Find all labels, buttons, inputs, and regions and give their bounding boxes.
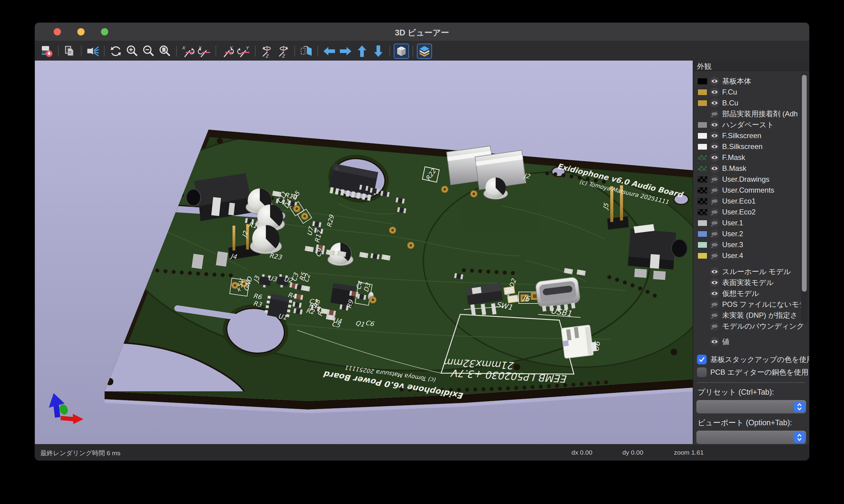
move-down-button[interactable] [371, 43, 386, 59]
layer-label: User.Eco1 [722, 197, 756, 205]
visibility-toggle[interactable] [710, 120, 719, 129]
layer-color-swatch[interactable] [697, 242, 707, 248]
layer-row[interactable]: B.Mask [693, 163, 809, 174]
refresh-view-icon [109, 44, 123, 58]
move-right-button[interactable] [338, 43, 353, 59]
model-option-row[interactable]: 表面実装モデル [693, 277, 809, 288]
layer-color-swatch[interactable] [697, 209, 707, 215]
rotate-x-pos-button[interactable]: X [197, 43, 212, 59]
viewport-combobox[interactable] [696, 431, 806, 444]
layer-row[interactable]: User.3 [693, 239, 809, 250]
layer-row[interactable]: F.Cu [693, 87, 809, 97]
layer-color-swatch[interactable] [697, 176, 707, 183]
checkbox-row[interactable]: PCB エディターの銅色を使用 [697, 366, 809, 379]
layer-color-swatch[interactable] [697, 253, 707, 259]
toolbar-separator [176, 46, 177, 57]
rotate-y-pos-button[interactable]: Y [236, 43, 251, 59]
appearance-panel: 外観 基板本体F.CuB.Cu部品実装用接着剤 (AdhハンダペーストF.Sil… [693, 60, 809, 444]
layer-label: B.Mask [722, 164, 746, 173]
model-option-row[interactable]: 仮想モデル [693, 288, 809, 299]
visibility-toggle[interactable] [710, 251, 719, 260]
layer-color-swatch[interactable] [697, 231, 707, 237]
layer-color-swatch[interactable] [697, 89, 707, 95]
model-option-row[interactable]: POS ファイルにないモデ [693, 299, 809, 310]
visibility-toggle[interactable] [710, 311, 719, 320]
visibility-toggle[interactable] [710, 322, 719, 331]
statusbar: 最終レンダリング時間 6 ms dx 0.00 dy 0.00 zoom 1.6… [35, 444, 809, 461]
layer-row[interactable]: 基板本体 [693, 76, 809, 87]
preset-combobox[interactable] [696, 400, 806, 413]
visibility-toggle[interactable] [710, 98, 719, 108]
layer-color-swatch[interactable] [697, 122, 707, 128]
eye-hidden-icon [711, 230, 719, 238]
visibility-toggle[interactable] [710, 218, 719, 228]
visibility-toggle[interactable] [710, 267, 719, 276]
rotate-z-neg-button[interactable]: Z [259, 43, 274, 59]
layer-row[interactable]: User.Drawings [693, 174, 809, 185]
value-option-row[interactable]: 値 [693, 336, 809, 347]
checkbox-1[interactable] [697, 367, 707, 377]
layer-row[interactable]: 部品実装用接着剤 (Adh [693, 108, 809, 119]
visibility-toggle[interactable] [710, 300, 719, 309]
flip-board-button[interactable] [299, 43, 314, 59]
visibility-toggle[interactable] [710, 77, 719, 86]
zoom-in-button[interactable] [125, 43, 140, 59]
move-up-button[interactable] [355, 43, 369, 59]
zoom-fit-button[interactable] [157, 43, 172, 59]
layer-color-swatch[interactable] [697, 155, 707, 161]
visibility-toggle[interactable] [710, 153, 719, 162]
layer-color-swatch[interactable] [697, 144, 707, 150]
render-raytrace-button[interactable] [85, 43, 100, 59]
visibility-toggle[interactable] [710, 278, 719, 287]
reload-board-button[interactable] [39, 43, 54, 59]
model-option-row[interactable]: モデルのバウンディング [693, 321, 809, 332]
zoom-out-button[interactable] [141, 43, 156, 59]
visibility-toggle[interactable] [710, 131, 719, 140]
layer-color-swatch[interactable] [697, 78, 707, 85]
move-left-button[interactable] [322, 43, 337, 59]
visibility-toggle[interactable] [710, 175, 719, 184]
layer-color-swatch[interactable] [697, 133, 707, 139]
rotate-z-pos-button[interactable]: Z [276, 43, 291, 59]
visibility-toggle[interactable] [710, 186, 719, 195]
layer-row[interactable]: User.Eco2 [693, 206, 809, 217]
layer-row[interactable]: User.1 [693, 217, 809, 228]
visibility-toggle[interactable] [710, 109, 719, 119]
layer-row[interactable]: B.Silkscreen [693, 141, 809, 152]
scrollbar-thumb[interactable] [802, 75, 807, 292]
layer-color-swatch[interactable] [697, 165, 707, 172]
layer-color-swatch[interactable] [697, 220, 707, 226]
layer-color-swatch[interactable] [697, 198, 707, 204]
layer-stack-button[interactable] [417, 43, 432, 59]
layer-row[interactable]: User.2 [693, 228, 809, 239]
preset-label: プリセット (Ctrl+Tab): [697, 387, 806, 397]
layer-row[interactable]: F.Silkscreen [693, 130, 809, 141]
refresh-view-button[interactable] [108, 43, 123, 59]
layer-row[interactable]: F.Mask [693, 152, 809, 163]
visibility-toggle[interactable] [710, 208, 719, 217]
model-option-row[interactable]: 未実装 (DNP) が指定さ [693, 310, 809, 321]
visibility-toggle[interactable] [710, 229, 719, 238]
rotate-x-neg-button[interactable]: X [180, 43, 195, 59]
visibility-toggle[interactable] [710, 289, 719, 298]
layer-row[interactable]: B.Cu [693, 97, 809, 108]
layer-row[interactable]: User.Eco1 [693, 196, 809, 206]
visibility-toggle[interactable] [710, 164, 719, 173]
layer-color-swatch[interactable] [697, 187, 707, 194]
rotate-y-neg-button[interactable]: Y [220, 43, 235, 59]
visibility-toggle[interactable] [710, 88, 719, 96]
checkbox-0[interactable] [697, 355, 707, 364]
layer-row[interactable]: ハンダペースト [693, 119, 809, 130]
model-option-row[interactable]: スルーホール モデル [693, 266, 809, 277]
layer-color-swatch[interactable] [697, 100, 707, 106]
visibility-toggle[interactable] [710, 240, 719, 249]
checkbox-row[interactable]: 基板スタックアップの色を使用 [697, 353, 809, 366]
layer-row[interactable]: User.Comments [693, 185, 809, 196]
ortho-projection-button[interactable] [394, 43, 409, 59]
visibility-toggle[interactable] [710, 197, 719, 206]
3d-viewport[interactable]: R22J2R19C11D4D5R10R23J4J2U7R29R17C9+5VGN… [35, 60, 693, 444]
copy-image-button[interactable] [62, 43, 77, 59]
visibility-toggle[interactable] [710, 142, 719, 151]
layer-row[interactable]: User.4 [693, 250, 809, 261]
visibility-toggle[interactable] [710, 337, 719, 346]
